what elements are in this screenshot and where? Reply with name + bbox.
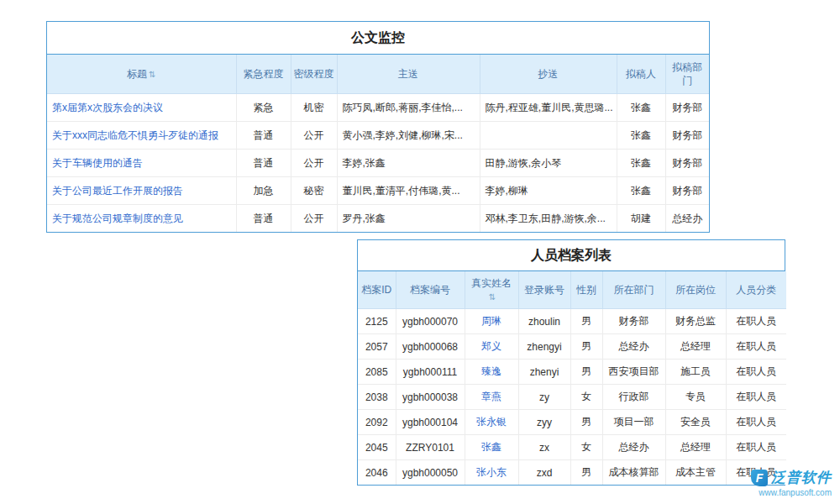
per-name-cell: 周琳 [465,309,518,334]
per-col-code: 档案编号 [396,271,465,309]
doc-col-copy: 抄送 [480,55,617,94]
per-code-cell: ZZRY0101 [396,435,465,460]
doc-col-urgency: 紧急程度 [236,55,291,94]
per-dept-cell: 西安项目部 [602,360,665,385]
per-dept-cell: 财务部 [602,309,665,334]
per-id-cell: 2085 [358,360,396,385]
doc-monitor-title: 公文监控 [47,22,709,55]
doc-copy-cell: 李婷,柳琳 [480,177,617,205]
per-category-cell: 在职人员 [726,385,786,410]
per-code-cell: ygbh000104 [396,410,465,435]
per-col-account: 登录账号 [518,271,570,309]
doc-drafter-cell: 张鑫 [617,150,665,177]
per-col-category: 人员分类 [726,271,786,309]
per-category-cell: 在职人员 [726,360,786,385]
doc-title-link[interactable]: 关于规范公司规章制度的意见 [52,213,183,224]
doc-main-cell: 罗丹,张鑫 [337,205,480,233]
table-row: 2092 ygbh000104 张永银 zyy 男 项目一部 安全员 在职人员 [358,410,786,435]
per-dept-cell: 成本核算部 [602,460,665,486]
doc-col-title[interactable]: 标题⇅ [47,55,236,94]
per-gender-cell: 男 [570,309,602,334]
doc-col-dept: 拟稿部门 [665,55,709,94]
doc-drafter-cell: 张鑫 [617,94,665,122]
doc-drafter-cell: 张鑫 [617,122,665,150]
doc-col-main: 主送 [337,55,480,94]
sort-icon[interactable]: ⇅ [489,292,496,302]
per-col-gender: 性别 [570,271,602,309]
per-category-cell: 在职人员 [726,410,786,435]
per-name-cell: 张鑫 [465,435,518,460]
personnel-title: 人员档案列表 [358,240,785,271]
doc-drafter-cell: 胡建 [617,205,665,233]
doc-title-link[interactable]: 关于xxx同志临危不惧勇斗歹徒的通报 [52,129,218,141]
per-post-cell: 财务总监 [665,309,726,334]
per-gender-cell: 男 [570,410,602,435]
doc-dept-cell: 财务部 [665,122,709,150]
fanpu-watermark: F 泛普软件 www.fanpusoft.com [722,468,832,497]
doc-title-link[interactable]: 第x届第x次股东会的决议 [52,102,163,113]
per-name-cell: 张永银 [465,410,518,435]
fanpu-logo-icon: F [751,470,768,486]
doc-title-cell: 关于xxx同志临危不惧勇斗歹徒的通报 [47,122,236,150]
per-name-link[interactable]: 臻逸 [481,365,501,377]
per-col-post: 所在岗位 [665,271,726,309]
per-name-link[interactable]: 张永银 [476,416,507,428]
doc-col-drafter: 拟稿人 [617,55,665,94]
per-name-cell: 臻逸 [465,360,518,385]
doc-col-secrecy: 密级程度 [291,55,337,94]
doc-title-link[interactable]: 关于公司最近工作开展的报告 [52,185,183,197]
per-gender-cell: 女 [570,435,602,460]
doc-copy-cell: 陈丹,程亚雄,董川民,黄思璐... [480,94,617,122]
per-code-cell: ygbh000050 [396,460,465,486]
per-category-cell: 在职人员 [726,435,786,460]
per-code-cell: ygbh000038 [396,385,465,410]
doc-title-cell: 关于规范公司规章制度的意见 [47,205,236,233]
doc-drafter-cell: 张鑫 [617,177,665,205]
per-col-name[interactable]: 真实姓名⇅ [465,271,518,309]
doc-main-cell: 黄小强,李婷,刘健,柳琳,宋... [337,122,480,150]
per-dept-cell: 行政部 [602,385,665,410]
per-post-cell: 成本主管 [665,460,726,486]
table-row: 关于公司最近工作开展的报告 加急 秘密 董川民,董清平,付伟璐,黄... 李婷,… [47,177,709,205]
per-name-link[interactable]: 张小东 [476,466,507,478]
per-account-cell: zyy [518,410,570,435]
per-category-cell: 在职人员 [726,334,786,360]
table-row: 2085 ygbh000111 臻逸 zhenyi 男 西安项目部 施工员 在职… [358,360,786,385]
per-id-cell: 2038 [358,385,396,410]
per-post-cell: 总经理 [665,334,726,360]
per-account-cell: zhengyi [518,334,570,360]
doc-main-cell: 陈巧凤,断郎,蒋丽,李佳怡,... [337,94,480,122]
doc-main-cell: 董川民,董清平,付伟璐,黄... [337,177,480,205]
per-post-cell: 施工员 [665,360,726,385]
per-account-cell: zy [518,385,570,410]
per-code-cell: ygbh000070 [396,309,465,334]
per-name-link[interactable]: 章燕 [481,391,501,402]
per-post-cell: 安全员 [665,410,726,435]
table-row: 关于规范公司规章制度的意见 普通 公开 罗丹,张鑫 邓林,李卫东,田静,游恢,余… [47,205,709,233]
per-code-cell: ygbh000068 [396,334,465,360]
per-dept-cell: 总经办 [602,435,665,460]
per-name-link[interactable]: 郑义 [481,340,501,352]
per-gender-cell: 女 [570,385,602,410]
personnel-header-row: 档案ID 档案编号 真实姓名⇅ 登录账号 性别 所在部门 所在岗位 人员分类 [358,271,786,309]
per-name-link[interactable]: 周琳 [481,315,501,327]
table-row: 关于车辆使用的通告 普通 公开 李婷,张鑫 田静,游恢,余小琴 张鑫 财务部 [47,150,709,177]
doc-main-cell: 李婷,张鑫 [337,150,480,177]
doc-secrecy-cell: 秘密 [291,177,337,205]
table-row: 第x届第x次股东会的决议 紧急 机密 陈巧凤,断郎,蒋丽,李佳怡,... 陈丹,… [47,94,709,122]
per-account-cell: zx [518,435,570,460]
per-gender-cell: 男 [570,334,602,360]
doc-urgency-cell: 普通 [236,122,291,150]
per-dept-cell: 总经办 [602,334,665,360]
doc-dept-cell: 总经办 [665,205,709,233]
doc-secrecy-cell: 公开 [291,205,337,233]
doc-dept-cell: 财务部 [665,150,709,177]
table-row: 2125 ygbh000070 周琳 zhoulin 男 财务部 财务总监 在职… [358,309,786,334]
doc-title-cell: 关于车辆使用的通告 [47,150,236,177]
sort-icon[interactable]: ⇅ [149,70,155,79]
per-id-cell: 2125 [358,309,396,334]
doc-col-title-label: 标题 [127,68,147,80]
doc-copy-cell [480,122,617,150]
per-name-link[interactable]: 张鑫 [481,441,501,453]
doc-title-link[interactable]: 关于车辆使用的通告 [52,157,143,169]
